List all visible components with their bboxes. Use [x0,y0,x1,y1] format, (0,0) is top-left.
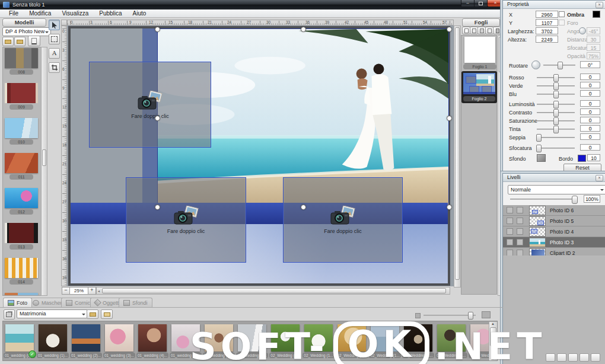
sheet-thumbnail-1[interactable] [464,37,495,63]
selection-handle-se[interactable] [447,205,452,210]
selection-handle-s[interactable] [301,205,306,210]
layer-lock-toggle[interactable] [517,218,523,224]
bordo-color-swatch[interactable] [578,155,586,162]
sfocatura-slider-thumb[interactable] [536,145,542,152]
menu-file[interactable]: File [4,9,24,17]
menu-modifica[interactable]: Modifica [24,9,56,17]
layer-tool-button[interactable] [557,353,566,362]
category-select[interactable]: Matrimonia [17,309,88,318]
minimize-button[interactable]: – [461,0,475,7]
collection-button[interactable] [4,309,15,320]
larghezza-input[interactable]: 3702 [536,27,558,34]
luminosita-slider-thumb[interactable] [553,101,559,108]
sfocatura-input[interactable]: 0 [580,144,600,151]
layer-row[interactable]: Photo ID 6 [503,205,605,216]
move-sheet-button[interactable] [477,27,486,34]
blu-slider-thumb[interactable] [553,91,559,98]
selection-handle-n[interactable] [301,27,306,32]
template-scrollbar[interactable] [41,47,47,296]
thumb-size-slider-thumb[interactable] [468,312,473,320]
tab-sfondi[interactable]: Sfondi [119,298,152,307]
canvas-hscrollbar-thumb[interactable] [102,288,446,293]
photo-placeholder-3[interactable]: Fare doppio clic [283,177,403,263]
template-set-select[interactable]: DP 4 Photo New [2,27,51,36]
sfondo-color-swatch[interactable] [537,154,546,162]
ombra-color-swatch[interactable] [593,11,600,18]
menu-aiuto[interactable]: Aiuto [128,9,152,17]
new-sheet-button[interactable] [462,27,470,34]
zoom-in-button[interactable]: + [88,287,96,295]
layer-lock-toggle[interactable] [517,239,523,245]
layer-opacity-value[interactable]: 100% [584,195,600,203]
close-icon[interactable]: × [596,175,603,181]
layer-tool-button[interactable] [591,353,600,362]
seppia-input[interactable]: 0 [580,133,600,140]
seppia-slider-thumb[interactable] [536,134,542,142]
template-scrollbar-thumb[interactable] [42,149,46,166]
sheet-scrollbar-thumb[interactable] [499,37,502,72]
sheet-selected-box[interactable]: Foglio 2 [461,71,497,103]
sfocatura-slider[interactable] [537,148,575,149]
layer-opacity-thumb[interactable] [572,196,578,204]
selection-handle-nw[interactable] [155,27,160,32]
altezza-input[interactable]: 2249 [536,36,558,43]
blend-mode-select[interactable]: Normale [508,185,605,194]
verde-slider-thumb[interactable] [553,82,559,90]
open-folder-button[interactable] [2,37,14,46]
select-tool-button[interactable] [49,34,60,44]
photo-placeholder-2[interactable]: Fare doppio clic [126,177,246,263]
luminosita-input[interactable]: 0 [580,100,600,107]
livelli-titlebar[interactable]: Livelli [503,174,605,182]
zoom-level[interactable]: 25% [69,287,88,295]
seppia-slider[interactable] [537,137,575,138]
template-thumbnail[interactable] [5,83,38,103]
tinta-slider-thumb[interactable] [553,126,559,133]
copy-sheet-button[interactable] [485,27,493,34]
crop-tool-button[interactable] [49,62,60,73]
layer-visibility-toggle[interactable] [507,239,513,245]
zoom-out-button[interactable]: − [62,287,70,295]
canvas-hscrollbar[interactable]: ◂ [96,287,450,295]
layer-row[interactable]: Photo ID 5 [503,216,605,226]
layer-row-selected[interactable]: Photo ID 3 [503,237,605,248]
ruotare-dial[interactable] [531,60,540,69]
photo-thumbnail[interactable] [138,324,167,352]
saturazione-input[interactable]: 0 [580,117,600,123]
bordo-input[interactable]: 10 [587,154,600,161]
canvas-vscrollbar[interactable] [454,25,461,288]
proprieta-titlebar[interactable]: Proprietà [503,1,605,9]
photo-placeholder-1[interactable]: Fare doppio clic [89,62,211,148]
verde-input[interactable]: 0 [580,82,600,88]
duplicate-sheet-button[interactable] [470,27,478,34]
selection-handle-ne[interactable] [447,27,452,32]
selection-handle-sw[interactable] [155,205,160,210]
pointer-tool-button[interactable] [49,20,60,30]
delete-sheet-button[interactable] [493,27,501,34]
layer-visibility-toggle[interactable] [507,218,513,224]
template-thumbnail[interactable] [5,48,38,68]
contrasto-slider-thumb[interactable] [553,109,559,117]
layer-visibility-toggle[interactable] [507,207,513,213]
menu-visualizza[interactable]: Visualizza [56,9,94,17]
text-tool-button[interactable]: A [49,48,60,59]
selection-handle-w[interactable] [155,116,160,121]
close-button[interactable]: × [487,0,504,7]
blu-input[interactable]: 0 [580,90,600,97]
template-thumbnail[interactable] [5,153,38,173]
template-thumbnail[interactable] [5,223,38,243]
add-folder-button[interactable] [14,37,26,46]
template-thumbnail[interactable] [5,188,38,208]
ruotare-input[interactable]: 0° [580,61,600,68]
layer-tool-button[interactable] [579,353,589,362]
photo-thumbnail[interactable] [105,324,133,352]
ombra-checkbox[interactable] [559,11,565,17]
selection-handle-e[interactable] [447,116,452,121]
maximize-button[interactable] [474,0,488,7]
rosso-input[interactable]: 0 [580,74,600,80]
fogli-header[interactable]: Fogli [462,18,500,27]
template-thumbnail[interactable] [5,258,38,278]
layer-lock-toggle[interactable] [517,207,523,213]
sheet-thumbnail-2[interactable] [463,73,495,94]
saturazione-slider-thumb[interactable] [553,117,559,125]
reset-button[interactable]: Reset [563,164,601,172]
